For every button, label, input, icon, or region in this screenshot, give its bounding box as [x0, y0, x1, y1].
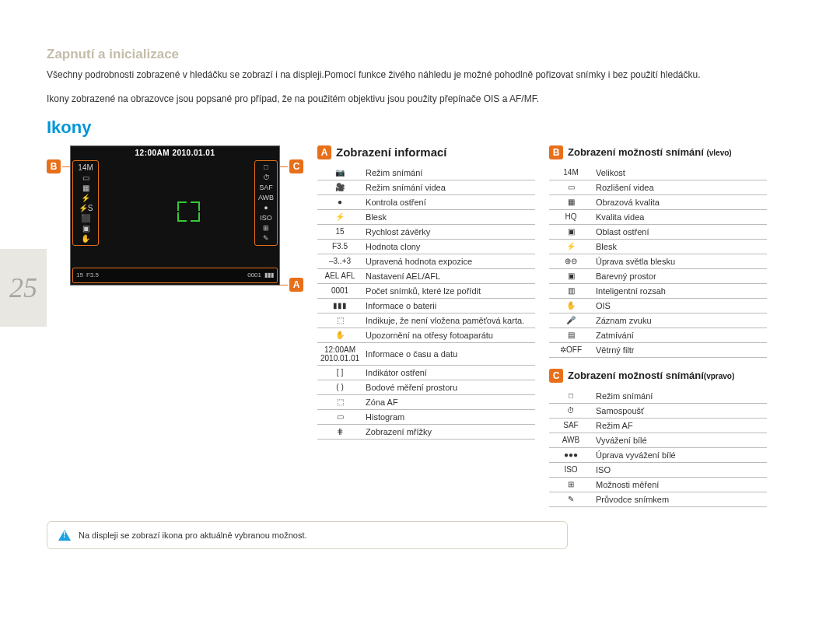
lcd-preview: 12:00AM 2010.01.01 14M ▭ ▦ ⚡ ⚡S ⬛ ▣ ✋ □ … — [70, 145, 280, 285]
row-icon: ⋕ — [317, 424, 362, 439]
section-label: Zapnutí a inicializace — [47, 47, 793, 62]
row-label: Úprava vyvážení bílé — [593, 447, 767, 462]
focus-bracket-icon — [191, 212, 200, 222]
table-row: 12:00AM 2010.01.01Informace o času a dat… — [317, 342, 535, 365]
row-icon: ▥ — [549, 283, 593, 298]
row-icon: ▤ — [549, 328, 593, 342]
note-box: Na displeji se zobrazí ikona pro aktuáln… — [47, 521, 568, 549]
section-b-table: 14MVelikost▭Rozlišení videa▦Obrazová kva… — [549, 166, 767, 358]
row-icon: ( ) — [317, 380, 362, 394]
row-label: OIS — [593, 298, 767, 313]
table-row: ●Kontrola ostření — [317, 194, 535, 209]
table-row: ⊞Možnosti měření — [549, 477, 767, 492]
row-label: Počet snímků, které lze pořídit — [362, 283, 535, 298]
row-icon: ▣ — [549, 268, 593, 283]
row-label: Upravená hodnota expozice — [362, 254, 535, 268]
row-label: Vyvážení bílé — [593, 433, 767, 447]
alert-icon — [58, 530, 71, 541]
table-row: ⬚Zóna AF — [317, 394, 535, 409]
row-label: ISO — [593, 462, 767, 477]
table-row: ⬚Indikuje, že není vložena paměťová kart… — [317, 313, 535, 328]
page: 25 Zapnutí a inicializace Všechny podrob… — [0, 0, 840, 634]
row-icon: ⊕⊖ — [549, 254, 593, 268]
columns: B C A 12:00AM 2010.01.01 14M ▭ ▦ ⚡ ⚡S ⬛ … — [47, 145, 793, 507]
table-row: ⊕⊖Úprava světla blesku — [549, 254, 767, 268]
row-icon: ⚡ — [549, 239, 593, 254]
row-icon: 📷 — [317, 166, 362, 180]
row-label: Upozornění na otřesy fotoaparátu — [362, 328, 535, 342]
row-icon: F3.5 — [317, 239, 362, 254]
row-icon: ⬚ — [317, 394, 362, 409]
row-label: Informace o času a datu — [362, 342, 535, 365]
row-icon: ▦ — [549, 194, 593, 209]
lcd-right-icon: SAF — [256, 183, 276, 193]
intro-paragraph-2: Ikony zobrazené na obrazovce jsou popsan… — [47, 93, 762, 106]
table-row: ✲OFFVětrný filtr — [549, 342, 767, 357]
row-label: Samospoušť — [593, 403, 767, 418]
row-label: Zóna AF — [362, 394, 535, 409]
lcd-left-icon: ▣ — [74, 223, 97, 233]
badge-a: A — [317, 145, 331, 159]
row-icon: AWB — [549, 433, 593, 447]
lcd-left-icons: 14M ▭ ▦ ⚡ ⚡S ⬛ ▣ ✋ — [72, 160, 99, 246]
row-icon: ● — [317, 194, 362, 209]
table-row: ( )Bodové měření prostoru — [317, 380, 535, 394]
row-label: Bodové měření prostoru — [362, 380, 535, 394]
table-row: ISOISO — [549, 462, 767, 477]
row-label: Informace o baterii — [362, 298, 535, 313]
lcd-count: 0001 — [247, 271, 261, 278]
row-label: Hodnota clony — [362, 239, 535, 254]
row-icon: ▭ — [317, 409, 362, 424]
label-b-left: B — [47, 159, 61, 173]
row-icon: ▣ — [549, 224, 593, 239]
table-row: [ ]Indikátor ostření — [317, 365, 535, 380]
table-row: SAFRežim AF — [549, 418, 767, 433]
row-label: Rozlišení videa — [593, 180, 767, 194]
lcd-bottom-bar: 15 F3.5 0001 ▮▮▮ — [72, 268, 278, 283]
table-row: ✋OIS — [549, 298, 767, 313]
lcd-left-icon: ⚡ — [74, 193, 97, 203]
lcd-column: B C A 12:00AM 2010.01.01 14M ▭ ▦ ⚡ ⚡S ⬛ … — [47, 145, 303, 309]
table-row: ⋕Zobrazení mřížky — [317, 424, 535, 439]
table-row: 0001Počet snímků, které lze pořídit — [317, 283, 535, 298]
section-b-title: Zobrazení možností snímání (vlevo) — [568, 146, 732, 158]
row-label: Režim snímání — [593, 389, 767, 404]
row-icon: 12:00AM 2010.01.01 — [317, 342, 362, 365]
lcd-right-icon: AWB — [256, 193, 276, 203]
table-row: 🎥Režim snímání videa — [317, 180, 535, 194]
row-label: Záznam zvuku — [593, 313, 767, 328]
row-label: Rychlost závěrky — [362, 224, 535, 239]
intro-paragraph-1: Všechny podrobnosti zobrazené v hledáčku… — [47, 68, 762, 82]
table-row: ●●●Úprava vyvážení bílé — [549, 447, 767, 462]
row-label: Velikost — [593, 166, 767, 180]
table-row: ▮▮▮Informace o baterii — [317, 298, 535, 313]
table-row: ▣Barevný prostor — [549, 268, 767, 283]
table-row: ▭Histogram — [317, 409, 535, 424]
row-icon: –3..+3 — [317, 254, 362, 268]
row-icon: [ ] — [317, 365, 362, 380]
row-icon: 🎥 — [317, 180, 362, 194]
note-text: Na displeji se zobrazí ikona pro aktuáln… — [79, 531, 307, 540]
lcd-right-icon: ISO — [256, 213, 276, 223]
table-row: ✋Upozornění na otřesy fotoaparátu — [317, 328, 535, 342]
page-number-box: 25 — [0, 249, 47, 327]
focus-bracket-icon — [191, 201, 200, 211]
row-label: Blesk — [593, 239, 767, 254]
label-c-right: C — [289, 159, 303, 173]
lcd-right-icons: □ ⏱ SAF AWB ● ISO ⊞ ✎ — [254, 160, 278, 246]
row-label: Možnosti měření — [593, 477, 767, 492]
table-row: ▦Obrazová kvalita — [549, 194, 767, 209]
row-icon: ✲OFF — [549, 342, 593, 357]
row-icon: □ — [549, 389, 593, 404]
row-label: Průvodce snímkem — [593, 492, 767, 506]
row-label: Zobrazení mřížky — [362, 424, 535, 439]
badge-b: B — [549, 145, 563, 159]
table-row: ⚡Blesk — [317, 209, 535, 224]
lcd-left-icon: ▦ — [74, 183, 97, 193]
lcd-right-icon: ✎ — [256, 233, 276, 243]
lcd-right-icon: □ — [256, 163, 276, 173]
row-label: Blesk — [362, 209, 535, 224]
row-icon: 14M — [549, 166, 593, 180]
section-a-title: Zobrazení informací — [336, 145, 447, 159]
row-label: Režim snímání — [362, 166, 535, 180]
